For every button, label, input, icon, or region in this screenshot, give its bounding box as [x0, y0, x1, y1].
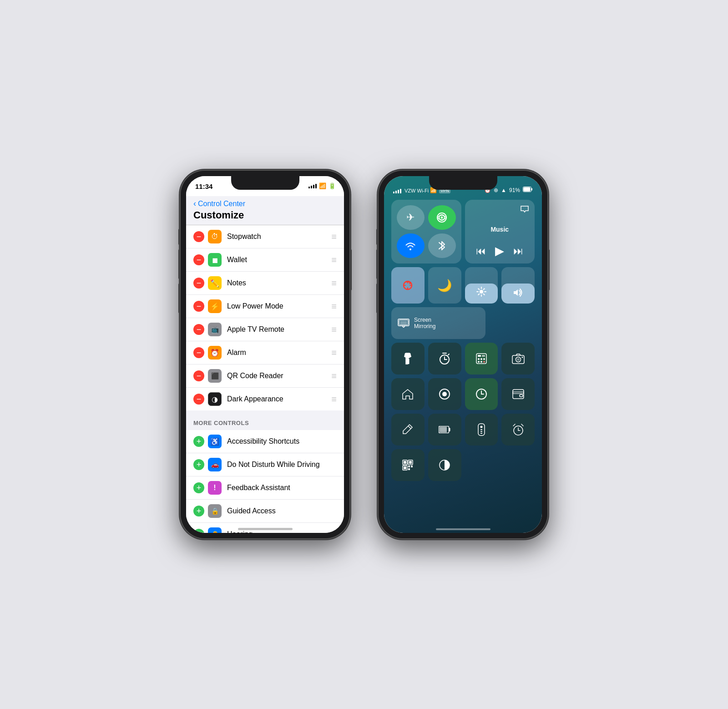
svg-rect-15 — [478, 355, 481, 357]
row-icon: 📺 — [208, 323, 222, 336]
home-app-button[interactable] — [391, 378, 425, 410]
airplane-mode-button[interactable]: ✈ — [397, 205, 425, 230]
list-item[interactable]: − 📺 Apple TV Remote ≡ — [186, 318, 344, 341]
cc-music-controls: ⏮ ▶ ⏭ — [470, 244, 530, 258]
list-item[interactable]: − ⚡ Low Power Mode ≡ — [186, 295, 344, 318]
row-label: Feedback Assistant — [227, 484, 337, 492]
brightness-slider[interactable] — [465, 267, 498, 304]
wifi-toggle-button[interactable] — [397, 233, 425, 258]
list-item[interactable]: − ✏️ Notes ≡ — [186, 272, 344, 295]
drag-handle-icon[interactable]: ≡ — [331, 278, 337, 289]
rotation-lock-button[interactable] — [391, 267, 425, 304]
svg-point-18 — [480, 358, 482, 360]
row-icon: ⏱ — [208, 230, 222, 243]
cc-row-quick-toggles: 🌙 — [391, 267, 535, 304]
row-icon: ◼ — [208, 253, 222, 267]
drag-handle-icon[interactable]: ≡ — [331, 394, 337, 405]
calculator-button[interactable] — [465, 343, 498, 375]
list-item[interactable]: − ⬛ QR Code Reader ≡ — [186, 365, 344, 388]
svg-rect-2 — [524, 187, 531, 192]
volume-slider[interactable] — [501, 267, 535, 304]
list-item[interactable]: + ♿ Accessibility Shortcuts — [186, 430, 344, 453]
row-icon: 🚗 — [208, 458, 222, 471]
list-item[interactable]: + 🚗 Do Not Disturb While Driving — [186, 453, 344, 476]
airplay-music-icon[interactable] — [520, 205, 529, 214]
power-button[interactable] — [548, 249, 550, 290]
row-label: Apple TV Remote — [227, 325, 328, 334]
screen-mirroring-area: ScreenMirroring — [391, 307, 485, 339]
record-button[interactable] — [428, 378, 461, 410]
svg-rect-40 — [480, 433, 482, 434]
drag-handle-icon[interactable]: ≡ — [331, 232, 337, 242]
volume-down-button[interactable] — [178, 284, 180, 313]
list-item[interactable]: + 🔒 Guided Access — [186, 500, 344, 523]
camera-button[interactable] — [501, 343, 535, 375]
settings-list[interactable]: − ⏱ Stopwatch ≡ − ◼ — [186, 225, 344, 533]
remove-button[interactable]: − — [193, 278, 204, 289]
power-button[interactable] — [350, 249, 352, 290]
battery-icon — [523, 187, 533, 193]
remove-button[interactable]: − — [193, 301, 204, 312]
alarm-button[interactable] — [501, 414, 535, 446]
left-phone: 11:34 📶 🔋 ‹ — [180, 170, 350, 539]
add-button[interactable]: + — [193, 459, 204, 470]
remote-button[interactable] — [465, 414, 498, 446]
remove-button[interactable]: − — [193, 254, 204, 265]
list-item[interactable]: − ⏱ Stopwatch ≡ — [186, 225, 344, 248]
volume-up-button[interactable] — [178, 249, 180, 279]
list-item[interactable]: − ◼ Wallet ≡ — [186, 248, 344, 272]
page-title: Customize — [193, 209, 337, 221]
row-icon: ◑ — [208, 392, 222, 406]
empty-cell — [489, 307, 535, 339]
svg-point-26 — [521, 357, 523, 358]
music-label: Music — [470, 226, 530, 233]
list-item[interactable]: − ⏰ Alarm ≡ — [186, 341, 344, 365]
dark-appearance-button[interactable] — [428, 449, 461, 481]
row-label: Wallet — [227, 256, 328, 264]
wallet-button[interactable] — [501, 378, 535, 410]
remove-button[interactable]: − — [193, 394, 204, 405]
drag-handle-icon[interactable]: ≡ — [331, 301, 337, 312]
svg-rect-34 — [449, 428, 450, 431]
volume-down-button[interactable] — [376, 284, 378, 313]
prev-track-button[interactable]: ⏮ — [476, 245, 486, 257]
next-track-button[interactable]: ⏭ — [513, 245, 523, 257]
drag-handle-icon[interactable]: ≡ — [331, 348, 337, 358]
add-button[interactable]: + — [193, 506, 204, 517]
battery-status-button[interactable] — [428, 414, 461, 446]
remove-button[interactable]: − — [193, 324, 204, 335]
timer-button[interactable] — [428, 343, 461, 375]
svg-rect-10 — [400, 321, 407, 325]
drag-handle-icon[interactable]: ≡ — [331, 324, 337, 335]
bluetooth-toggle-button[interactable] — [428, 233, 456, 258]
back-button[interactable]: ‹ Control Center — [193, 199, 337, 208]
add-button[interactable]: + — [193, 482, 204, 493]
screen-mirroring-button[interactable]: ScreenMirroring — [391, 307, 485, 339]
drag-handle-icon[interactable]: ≡ — [331, 255, 337, 265]
remove-button[interactable]: − — [193, 231, 204, 242]
cellular-button[interactable] — [428, 205, 456, 230]
right-phone: VZW Wi-Fi 📶 VPN ⏰ ⊕ ▲ 91% — [378, 170, 548, 539]
phones-container: 11:34 📶 🔋 ‹ — [180, 170, 548, 539]
list-item[interactable]: − ◑ Dark Appearance ≡ — [186, 388, 344, 410]
svg-rect-32 — [520, 395, 523, 397]
cc-row-connectivity-music: ✈ — [391, 200, 535, 263]
add-button[interactable]: + — [193, 529, 204, 533]
clock-button[interactable] — [465, 378, 498, 410]
add-button[interactable]: + — [193, 436, 204, 447]
qr-code-button[interactable] — [391, 449, 425, 481]
row-icon: 🔒 — [208, 504, 222, 518]
list-item[interactable]: + ! Feedback Assistant — [186, 476, 344, 500]
battery-icon: 🔋 — [329, 182, 336, 189]
remove-button[interactable]: − — [193, 370, 204, 381]
row-label: Dark Appearance — [227, 395, 328, 403]
flashlight-button[interactable] — [391, 343, 425, 375]
location-icon: ▲ — [501, 187, 506, 193]
home-indicator — [238, 528, 293, 530]
remove-button[interactable]: − — [193, 347, 204, 358]
drag-handle-icon[interactable]: ≡ — [331, 371, 337, 381]
dnd-button[interactable]: 🌙 — [428, 267, 461, 304]
play-pause-button[interactable]: ▶ — [495, 244, 504, 258]
notes-pencil-button[interactable] — [391, 414, 425, 446]
volume-up-button[interactable] — [376, 249, 378, 279]
